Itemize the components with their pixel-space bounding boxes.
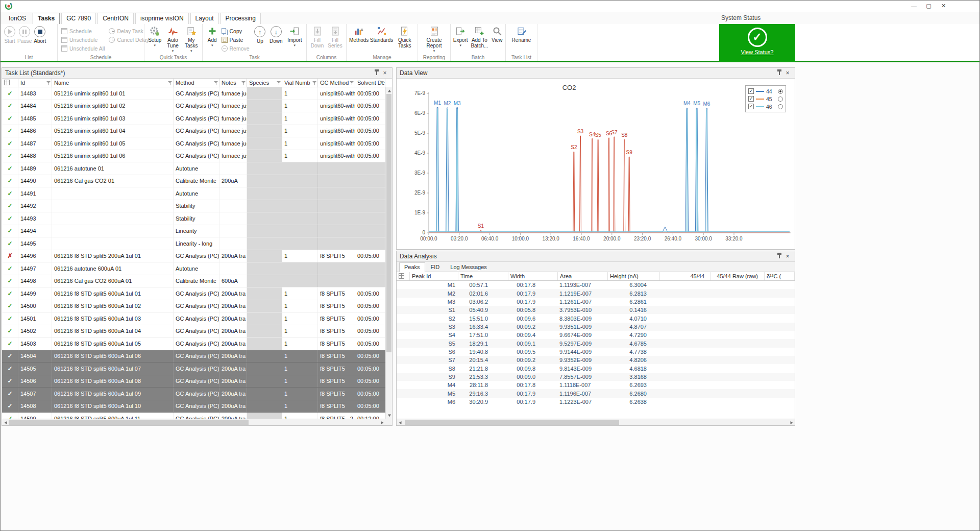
import-button[interactable]: Import ▾ bbox=[285, 25, 305, 47]
column-header-gc-method[interactable]: GC Method bbox=[318, 79, 355, 87]
scroll-right-button[interactable] bbox=[379, 419, 385, 426]
tab-ionos[interactable]: IonOS bbox=[4, 13, 31, 24]
export-button[interactable]: Export ▾ bbox=[452, 25, 469, 47]
task-row[interactable]: ✓14486051216 unimix split60 1ul 04GC Ana… bbox=[2, 125, 385, 138]
analysis-row[interactable]: S316:33.400:09.29.9351E-0094.8707 bbox=[397, 323, 795, 331]
unschedule-button[interactable]: Unschedule bbox=[61, 36, 105, 43]
analysis-row[interactable]: S619:40.800:09.59.9144E-0094.7738 bbox=[397, 348, 795, 356]
task-row[interactable]: ✓14504061216 f8 STD split5 600uA 1ul 06G… bbox=[2, 350, 385, 363]
analysis-row[interactable]: M202:01.600:17.91.1219E-0076.2813 bbox=[397, 289, 795, 297]
scroll-left-button[interactable] bbox=[2, 419, 9, 426]
filter-icon[interactable] bbox=[168, 81, 172, 85]
my-tasks-button[interactable]: My Tasks ▾ bbox=[182, 25, 201, 53]
analysis-row[interactable]: M100:57.100:17.81.1193E-0076.3004 bbox=[397, 281, 795, 289]
analysis-tab-peaks[interactable]: Peaks bbox=[399, 262, 425, 272]
task-row[interactable]: ✓14505061216 f8 STD split5 600uA 1ul 07G… bbox=[2, 363, 385, 375]
maximize-button[interactable]: ▢ bbox=[921, 1, 936, 11]
task-row[interactable]: ✓14498061216 Cal gas CO2 600uA 01Calibra… bbox=[2, 275, 385, 288]
analysis-column-header-width[interactable]: Width bbox=[508, 272, 558, 280]
abort-button[interactable]: Abort bbox=[34, 25, 46, 44]
task-row[interactable]: ✓14508061216 f8 STD split5 600uA 1ul 10G… bbox=[2, 400, 385, 413]
horizontal-scroll-thumb[interactable] bbox=[9, 420, 249, 425]
view-button[interactable]: View bbox=[490, 25, 504, 43]
view-status-link[interactable]: View Status? bbox=[741, 49, 773, 55]
unschedule-all-button[interactable]: Unschedule All bbox=[61, 45, 105, 52]
legend-radio[interactable] bbox=[778, 89, 783, 94]
legend-checkbox[interactable]: ✓ bbox=[748, 104, 754, 109]
analysis-horizontal-scrollbar[interactable] bbox=[397, 419, 795, 425]
system-status-panel[interactable]: ✓ View Status? bbox=[719, 24, 795, 62]
task-row[interactable]: ✓14483051216 unimix split60 1ul 01GC Ana… bbox=[2, 87, 385, 100]
remove-button[interactable]: Remove bbox=[222, 45, 252, 52]
task-row[interactable]: ✓14499061216 f8 STD split5 600uA 1ul 01G… bbox=[2, 287, 385, 300]
column-header-solvent-de[interactable]: Solvent De bbox=[355, 79, 385, 87]
legend-checkbox[interactable]: ✓ bbox=[748, 88, 754, 94]
task-row[interactable]: ✓14492Stability bbox=[2, 200, 385, 213]
up-button[interactable]: ↑ Up bbox=[253, 25, 268, 44]
pin-panel-button[interactable] bbox=[373, 69, 381, 77]
task-table-vertical-scrollbar[interactable] bbox=[385, 87, 392, 419]
chromatogram-svg[interactable]: CO201E-92E-93E-94E-95E-96E-97E-900:00.00… bbox=[397, 79, 795, 249]
analysis-row[interactable]: S417:51.000:09.49.6674E-0094.7290 bbox=[397, 331, 795, 339]
start-button[interactable]: Start bbox=[4, 25, 15, 44]
filter-icon[interactable] bbox=[312, 81, 316, 85]
filter-icon[interactable] bbox=[350, 81, 354, 85]
scroll-up-button[interactable] bbox=[386, 87, 393, 94]
fill-down-button[interactable]: Fill Down bbox=[308, 25, 326, 49]
analysis-row[interactable]: M428:11.800:17.81.1118E-0076.2693 bbox=[397, 381, 795, 389]
task-row[interactable]: ✓14489061216 autotune 01Autotune bbox=[2, 162, 385, 175]
task-row[interactable]: ✓14500061216 f8 STD split5 600uA 1ul 02G… bbox=[2, 300, 385, 313]
task-row[interactable]: ✓14502061216 f8 STD split5 600uA 1ul 04G… bbox=[2, 325, 385, 338]
analysis-column-header-c[interactable]: δ¹³C ( bbox=[765, 272, 795, 280]
delay-task-button[interactable]: Delay Task bbox=[109, 28, 146, 34]
close-panel-button[interactable]: × bbox=[783, 69, 792, 77]
copy-button[interactable]: Copy bbox=[222, 28, 252, 34]
tab-gc-7890[interactable]: GC 7890 bbox=[61, 13, 96, 24]
analysis-tab-fid[interactable]: FID bbox=[426, 262, 445, 272]
task-row[interactable]: ✓14507061216 f8 STD split5 600uA 1ul 09G… bbox=[2, 388, 385, 400]
task-row[interactable]: ✓14487051216 unimix split60 1ul 05GC Ana… bbox=[2, 137, 385, 150]
tab-tasks[interactable]: Tasks bbox=[33, 13, 60, 24]
filter-icon[interactable] bbox=[241, 81, 246, 85]
row-status-header[interactable] bbox=[397, 272, 410, 280]
row-status-header[interactable] bbox=[2, 79, 18, 87]
task-table-horizontal-scrollbar[interactable] bbox=[2, 419, 385, 425]
analysis-row[interactable]: S215:51.000:09.68.3803E-0094.0710 bbox=[397, 314, 795, 322]
fill-series-button[interactable]: Fill Series bbox=[326, 25, 344, 49]
auto-tune-button[interactable]: Auto Tune ▾ bbox=[163, 25, 182, 53]
cancel-delay-button[interactable]: Cancel Delay bbox=[109, 36, 146, 43]
setup-button[interactable]: Setup ▾ bbox=[146, 25, 163, 47]
analysis-row[interactable]: S821:21.800:09.89.8143E-0094.6818 bbox=[397, 364, 795, 372]
pin-panel-button[interactable] bbox=[775, 69, 783, 77]
column-header-species[interactable]: Species bbox=[247, 79, 282, 87]
close-button[interactable]: ✕ bbox=[936, 1, 951, 11]
rename-button[interactable]: Rename bbox=[509, 25, 534, 43]
column-header-name[interactable]: Name bbox=[52, 79, 174, 87]
add-button[interactable]: Add ▾ bbox=[204, 25, 220, 47]
task-row[interactable]: ✓14491Autotune bbox=[2, 187, 385, 200]
task-row[interactable]: ✓14509061216 f8 STD split5 600uA 1ul 11G… bbox=[2, 413, 385, 419]
manage-quick-tasks-button[interactable]: Quick Tasks bbox=[394, 25, 416, 49]
task-row[interactable]: ✓14485051216 unimix split60 1ul 03GC Ana… bbox=[2, 112, 385, 125]
schedule-button[interactable]: Schedule bbox=[61, 28, 105, 34]
pause-button[interactable]: Pause bbox=[17, 25, 32, 44]
analysis-row[interactable]: S105:40.900:05.83.7953E-0100.1416 bbox=[397, 306, 795, 314]
task-row[interactable]: ✓14503061216 f8 STD split5 600uA 1ul 05G… bbox=[2, 337, 385, 350]
task-row[interactable]: ✓14493Stability bbox=[2, 212, 385, 225]
close-panel-button[interactable]: × bbox=[783, 252, 792, 260]
task-row[interactable]: ✓14484051216 unimix split60 1ul 02GC Ana… bbox=[2, 100, 385, 113]
task-row[interactable]: ✓14501061216 f8 STD split5 600uA 1ul 03G… bbox=[2, 312, 385, 325]
task-row[interactable]: ✓14490061216 Cal gas CO2 01Calibrate Mon… bbox=[2, 175, 385, 188]
horizontal-scroll-thumb[interactable] bbox=[405, 420, 619, 425]
analysis-row[interactable]: M303:06.200:17.91.1261E-0076.2861 bbox=[397, 298, 795, 306]
tab-centrion[interactable]: CentrION bbox=[97, 13, 134, 24]
analysis-column-header-peak-id[interactable]: Peak Id bbox=[410, 272, 458, 280]
column-header-notes[interactable]: Notes bbox=[219, 79, 247, 87]
analysis-column-header-height-na[interactable]: Height (nA) bbox=[608, 272, 660, 280]
analysis-column-header-area[interactable]: Area bbox=[558, 272, 608, 280]
column-header-id[interactable]: Id bbox=[18, 79, 52, 87]
paste-button[interactable]: Paste bbox=[222, 36, 252, 43]
analysis-row[interactable]: M529:16.300:17.91.1196E-0076.2680 bbox=[397, 389, 795, 397]
down-button[interactable]: ↓ Down bbox=[268, 25, 284, 44]
vertical-scroll-thumb[interactable] bbox=[386, 94, 391, 352]
